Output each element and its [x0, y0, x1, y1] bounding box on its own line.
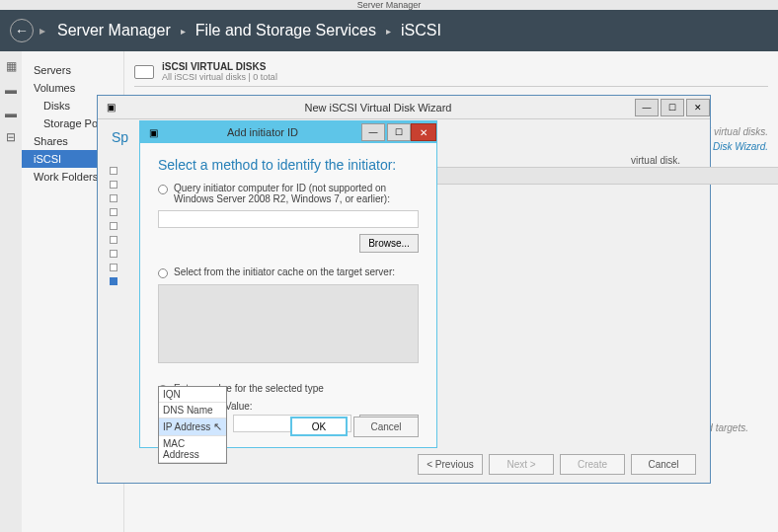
forward-arrow-icon: ▸ [39, 24, 45, 38]
ok-button[interactable]: OK [290, 417, 348, 436]
top-menu-bar: Server Manager [0, 0, 778, 10]
cancel-button[interactable]: Cancel [631, 454, 696, 475]
breadcrumb-section[interactable]: File and Storage Services [195, 22, 376, 39]
disk-icon [134, 65, 154, 79]
minimize-button[interactable]: — [635, 99, 659, 116]
step-checkbox [110, 194, 117, 202]
sidebar-item-servers[interactable]: Servers [22, 61, 123, 79]
breadcrumb: Server Manager ▸ File and Storage Servic… [57, 22, 441, 39]
step-active-indicator [110, 277, 117, 285]
wizard-icon: ▣ [104, 101, 117, 114]
storage-icon[interactable]: ⊟ [6, 130, 16, 144]
create-button[interactable]: Create [560, 454, 625, 475]
subdialog-title: Add initiator ID [166, 126, 359, 138]
servers-icon[interactable]: ▬ [5, 83, 17, 97]
chevron-right-icon: ▸ [386, 26, 391, 37]
previous-button[interactable]: < Previous [418, 454, 483, 475]
option1-label: Query initiator computer for ID (not sup… [174, 183, 419, 204]
dropdown-item-dns[interactable]: DNS Name [159, 403, 226, 418]
option2-label: Select from the initiator cache on the t… [174, 266, 395, 277]
initiator-cache-list[interactable] [158, 284, 419, 363]
breadcrumb-app[interactable]: Server Manager [57, 22, 171, 39]
browse-button[interactable]: Browse... [359, 234, 419, 253]
radio-query-computer[interactable] [158, 185, 168, 194]
step-checkbox [110, 250, 117, 258]
step-checkbox [110, 181, 117, 189]
back-button[interactable]: ← [10, 19, 34, 42]
section-title: iSCSI VIRTUAL DISKS [162, 61, 277, 72]
subdialog-heading: Select a method to identify the initiato… [140, 143, 436, 183]
breadcrumb-page[interactable]: iSCSI [401, 22, 441, 39]
wizard-titlebar[interactable]: ▣ New iSCSI Virtual Disk Wizard — ☐ ✕ [98, 96, 710, 119]
add-initiator-dialog: ▣ Add initiator ID — ☐ ✕ Select a method… [139, 120, 437, 448]
step-checkbox [110, 208, 117, 216]
chevron-right-icon: ▸ [181, 26, 186, 37]
value-label: Value: [225, 401, 253, 412]
header-bar: ← ▸ Server Manager ▸ File and Storage Se… [0, 10, 778, 51]
step-checkbox [110, 222, 117, 230]
dropdown-item-mac[interactable]: MAC Address [159, 436, 226, 463]
wizard-step-list [110, 167, 117, 285]
radio-initiator-cache[interactable] [158, 268, 168, 278]
dialog-icon: ▣ [146, 125, 160, 139]
cancel-button[interactable]: Cancel [353, 417, 419, 437]
step-checkbox [110, 264, 117, 271]
cursor-icon: ↖ [213, 420, 222, 433]
step-checkbox [110, 167, 117, 175]
type-dropdown-list: IQN DNS Name IP Address↖ MAC Address [158, 386, 227, 464]
close-button[interactable]: ✕ [686, 99, 710, 116]
section-subtitle: All iSCSI virtual disks | 0 total [162, 72, 277, 82]
dropdown-item-iqn[interactable]: IQN [159, 387, 226, 403]
maximize-button[interactable]: ☐ [661, 99, 684, 116]
wizard-title: New iSCSI Virtual Disk Wizard [123, 102, 633, 114]
close-button[interactable]: ✕ [411, 123, 436, 141]
minimize-button[interactable]: — [361, 123, 385, 141]
dashboard-icon[interactable]: ▦ [6, 59, 17, 73]
wizard-hint-text: virtual disk. [631, 155, 680, 166]
subdialog-titlebar[interactable]: ▣ Add initiator ID — ☐ ✕ [140, 121, 436, 143]
next-button[interactable]: Next > [489, 454, 554, 475]
computer-name-input[interactable] [158, 210, 419, 228]
step-checkbox [110, 236, 117, 244]
icon-strip: ▦ ▬ ▬ ⊟ [0, 51, 22, 532]
volumes-icon[interactable]: ▬ [5, 107, 17, 120]
maximize-button[interactable]: ☐ [387, 123, 411, 141]
dropdown-item-ip[interactable]: IP Address↖ [159, 418, 226, 436]
